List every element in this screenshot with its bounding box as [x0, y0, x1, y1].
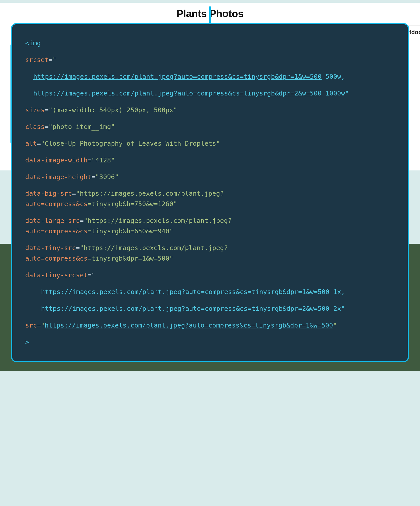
code-value: "Close-Up Photography of Leaves With Dro… — [41, 140, 220, 147]
code-value: =tinysrgb&h=650&w=940" — [87, 227, 173, 235]
code-token: <img — [25, 39, 41, 47]
code-token: > — [25, 338, 29, 346]
code-attr: sizes — [25, 106, 45, 114]
code-attr: data-tiny-srcset — [25, 271, 87, 279]
code-attr: data-big-src — [25, 190, 72, 197]
code-url: https://images.pexels.com/plant.jpeg?aut… — [33, 288, 345, 296]
code-value: auto=compress&cs — [25, 227, 87, 235]
code-value: =tinysrgb&h=750&w=1260" — [87, 200, 177, 208]
code-token: 500w, — [322, 73, 345, 80]
code-value: =tinysrgb&dpr=1&w=500" — [87, 254, 173, 262]
code-value: "photo-item__img" — [49, 123, 115, 131]
code-url[interactable]: https://images.pexels.com/plant.jpeg?aut… — [33, 89, 322, 97]
code-attr: data-large-src — [25, 217, 80, 224]
code-attr: data-image-height — [25, 173, 92, 181]
code-value: "https://images.pexels.com/plant.jpeg? — [84, 217, 232, 224]
code-value: auto=compress&cs — [25, 200, 87, 208]
code-attr: src — [25, 321, 37, 329]
code-attr: class — [25, 123, 45, 131]
code-value: "https://images.pexels.com/plant.jpeg? — [80, 244, 228, 252]
code-value: "4128" — [92, 156, 115, 164]
code-url: https://images.pexels.com/plant.jpeg?aut… — [33, 305, 345, 312]
code-url[interactable]: https://images.pexels.com/plant.jpeg?aut… — [33, 73, 322, 80]
code-attr: alt — [25, 140, 37, 147]
code-url[interactable]: https://images.pexels.com/plant.jpeg?aut… — [45, 321, 333, 329]
code-value: "(max-width: 540px) 250px, 500px" — [49, 106, 177, 114]
code-token: 1000w" — [322, 89, 349, 97]
code-value: "https://images.pexels.com/plant.jpeg? — [76, 190, 224, 197]
code-value: "3096" — [95, 173, 119, 181]
code-value: auto=compress&cs — [25, 254, 87, 262]
code-inspector-panel: <img srcset=" https://images.pexels.com/… — [11, 23, 409, 362]
code-attr: srcset — [25, 56, 49, 64]
code-attr: data-image-width — [25, 156, 87, 164]
code-token: =" — [87, 271, 95, 279]
code-attr: data-tiny-src — [25, 244, 76, 252]
